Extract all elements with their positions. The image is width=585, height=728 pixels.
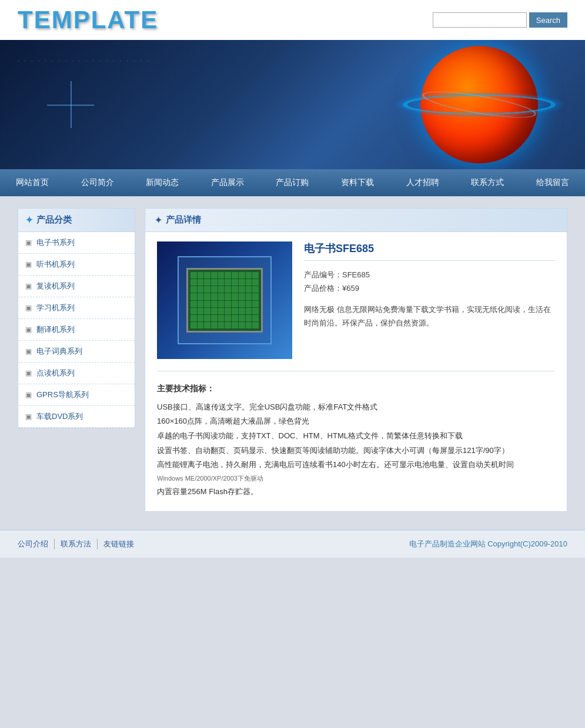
nav-link-jobs[interactable]: 人才招聘	[400, 169, 445, 196]
dot	[190, 315, 197, 321]
dot	[218, 279, 225, 286]
nav-link-news[interactable]: 新闻动态	[140, 169, 185, 196]
footer-link-contact[interactable]: 联系方法	[55, 539, 98, 549]
sidebar-item-repeater[interactable]: ▣ 复读机系列	[18, 276, 135, 297]
dot	[211, 308, 218, 314]
nav-item-download[interactable]: 资料下载	[335, 169, 380, 196]
footer-links: 公司介绍 联系方法 友链链接	[18, 539, 140, 549]
footer: 公司介绍 联系方法 友链链接 电子产品制造企业网站 Copyright(C)20…	[0, 529, 585, 558]
header: TEMPLATE Search	[0, 0, 585, 40]
nav-item-about[interactable]: 公司简介	[75, 169, 120, 196]
dot	[204, 272, 210, 279]
dot	[239, 322, 245, 328]
dot	[252, 279, 259, 286]
nav-item-home[interactable]: 网站首页	[10, 169, 55, 196]
dot	[198, 286, 204, 293]
sidebar: ✦ 产品分类 ▣ 电子书系列 ▣ 听书机系列 ▣ 复读机系列 ▣ 学习机系列 ▣…	[18, 208, 135, 428]
nav-link-message[interactable]: 给我留言	[530, 169, 575, 196]
ebook-screen	[186, 268, 263, 333]
sidebar-item-icon-0: ▣	[25, 239, 32, 247]
dot	[190, 293, 197, 300]
nav-item-order[interactable]: 产品订购	[270, 169, 315, 196]
search-input[interactable]	[433, 12, 527, 28]
dot	[246, 272, 252, 279]
sidebar-item-reader[interactable]: ▣ 点读机系列	[18, 363, 135, 384]
nav-item-contact[interactable]: 联系方式	[465, 169, 510, 196]
footer-copyright: 电子产品制造企业网站 Copyright(C)2009-2010	[409, 539, 567, 549]
footer-link-about[interactable]: 公司介绍	[18, 539, 55, 549]
main-content: ✦ 产品分类 ▣ 电子书系列 ▣ 听书机系列 ▣ 复读机系列 ▣ 学习机系列 ▣…	[0, 196, 585, 524]
dot	[252, 272, 259, 279]
dot	[198, 279, 204, 286]
spec-windows: Windows ME/2000/XP/2003下免驱动	[157, 472, 555, 485]
dot	[204, 293, 210, 300]
dot	[232, 301, 238, 307]
sidebar-item-dvd[interactable]: ▣ 车载DVD系列	[18, 406, 135, 428]
nav-item-news[interactable]: 新闻动态	[140, 169, 185, 196]
nav-list: 网站首页 公司简介 新闻动态 产品展示 产品订购 资料下载 人才招聘 联系方式 …	[0, 169, 585, 196]
product-price: 产品价格：¥659	[304, 281, 555, 295]
dot	[239, 301, 245, 307]
sidebar-item-dictionary[interactable]: ▣ 电子词典系列	[18, 341, 135, 363]
dot	[239, 293, 245, 300]
dot	[239, 308, 245, 314]
dot	[252, 293, 259, 300]
product-image	[157, 241, 292, 359]
site-logo[interactable]: TEMPLATE	[18, 6, 158, 34]
nav-link-order[interactable]: 产品订购	[270, 169, 315, 196]
nav-link-contact[interactable]: 联系方式	[465, 169, 510, 196]
dot	[211, 293, 218, 300]
dot	[204, 286, 210, 293]
dot	[190, 301, 197, 307]
sidebar-item-icon-1: ▣	[25, 260, 32, 269]
content-title: ✦ 产品详情	[145, 209, 567, 232]
dot	[198, 301, 204, 307]
dot	[218, 272, 225, 279]
product-img-placeholder	[178, 256, 272, 344]
dot	[225, 322, 231, 328]
dot	[204, 301, 210, 307]
search-area: Search	[433, 12, 567, 28]
sidebar-category-icon: ✦	[25, 214, 33, 226]
sidebar-item-ebook[interactable]: ▣ 电子书系列	[18, 232, 135, 254]
spec-line-2: 卓越的电子书阅读功能，支持TXT、DOC、HTM、HTML格式文件，简繁体任意转…	[157, 429, 555, 444]
dot	[225, 293, 231, 300]
dot	[198, 272, 204, 279]
dot	[246, 308, 252, 314]
sidebar-title: ✦ 产品分类	[18, 209, 135, 232]
sidebar-item-icon-7: ▣	[25, 391, 32, 399]
dot	[232, 293, 238, 300]
dot	[198, 315, 204, 321]
dot	[204, 322, 210, 328]
dot	[198, 293, 204, 300]
dot	[211, 286, 218, 293]
dot	[246, 301, 252, 307]
sidebar-item-gps[interactable]: ▣ GPRS导航系列	[18, 384, 135, 406]
navigation: 网站首页 公司简介 新闻动态 产品展示 产品订购 资料下载 人才招聘 联系方式 …	[0, 169, 585, 196]
product-description: 网络无极 信息无限网站免费海量下载文学书籍，实现无纸化阅读，生活在时尚前沿。环保…	[304, 303, 555, 330]
tech-specs-title: 主要技术指标：	[157, 381, 555, 397]
search-button[interactable]: Search	[529, 12, 567, 28]
sidebar-item-icon-4: ▣	[25, 326, 32, 334]
footer-link-partners[interactable]: 友链链接	[98, 539, 140, 549]
sidebar-item-learner[interactable]: ▣ 学习机系列	[18, 297, 135, 319]
dot	[232, 308, 238, 314]
dot	[246, 293, 252, 300]
dot	[252, 322, 259, 328]
dot	[225, 301, 231, 307]
content-title-icon: ✦	[155, 215, 162, 226]
sidebar-item-translator[interactable]: ▣ 翻译机系列	[18, 319, 135, 341]
spec-line-5: 内置容量256M Flash存贮器。	[157, 485, 555, 499]
nav-link-download[interactable]: 资料下载	[335, 169, 380, 196]
product-code: 产品编号：SFE685	[304, 268, 555, 281]
dot	[246, 315, 252, 321]
nav-link-products[interactable]: 产品展示	[205, 169, 250, 196]
sidebar-item-audiobook[interactable]: ▣ 听书机系列	[18, 254, 135, 276]
nav-link-home[interactable]: 网站首页	[10, 169, 55, 196]
banner-text: · · · · · · · · · · · · · · · · · · · ·	[18, 58, 150, 64]
nav-item-jobs[interactable]: 人才招聘	[400, 169, 445, 196]
nav-item-products[interactable]: 产品展示	[205, 169, 250, 196]
nav-link-about[interactable]: 公司简介	[75, 169, 120, 196]
dot	[218, 286, 225, 293]
nav-item-message[interactable]: 给我留言	[530, 169, 575, 196]
